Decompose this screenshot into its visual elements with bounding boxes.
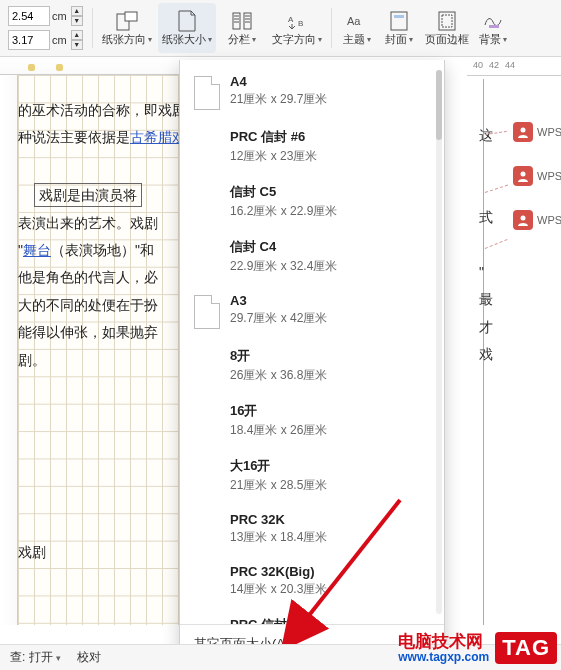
paper-thumb-spacer [194, 512, 220, 546]
svg-point-19 [521, 172, 526, 177]
doc-line: 戏剧 [18, 539, 181, 566]
theme-icon: Aa [346, 10, 368, 32]
paper-size-dim: 22.9厘米 x 32.4厘米 [230, 258, 337, 275]
paper-size-option[interactable]: PRC 信封 #312.5厘米 x 17.6厘米 [188, 614, 438, 624]
ruler-right[interactable]: 40 42 44 [467, 60, 561, 76]
paper-size-name: A3 [230, 293, 327, 308]
link-greek-drama[interactable]: 古希腊戏剧 [130, 129, 181, 145]
tab-marker-icon[interactable] [56, 64, 63, 71]
paper-size-name: PRC 信封 #6 [230, 128, 317, 146]
paper-size-option[interactable]: 信封 C516.2厘米 x 22.9厘米 [188, 181, 438, 236]
chevron-down-icon: ▾ [503, 35, 507, 44]
paper-size-name: PRC 32K(Big) [230, 564, 327, 579]
svg-rect-14 [394, 15, 404, 18]
theme-button[interactable]: Aa 主题▾ [337, 3, 377, 53]
background-button[interactable]: 背景▾ [475, 3, 511, 53]
chevron-down-icon: ▾ [367, 35, 371, 44]
link-stage[interactable]: 舞台 [23, 242, 51, 258]
ruler-horizontal[interactable] [0, 57, 181, 75]
paper-thumb-icon [194, 295, 220, 329]
svg-rect-13 [391, 12, 407, 30]
paper-size-list[interactable]: A421厘米 x 29.7厘米PRC 信封 #612厘米 x 23厘米信封 C5… [180, 60, 444, 624]
text-direction-button[interactable]: AB 文字方向▾ [268, 3, 326, 53]
background-icon [482, 10, 504, 32]
scrollbar-thumb[interactable] [436, 70, 442, 140]
page-border-button[interactable]: 页面边框 [421, 3, 473, 53]
paper-size-dim: 29.7厘米 x 42厘米 [230, 310, 327, 327]
paper-size-text: PRC 信封 #312.5厘米 x 17.6厘米 [230, 616, 337, 624]
paper-size-option[interactable]: A329.7厘米 x 42厘米 [188, 291, 438, 345]
step-up-icon[interactable]: ▲ [71, 30, 83, 40]
margin-top-unit: cm [52, 10, 67, 22]
paper-size-option[interactable]: 8开26厘米 x 36.8厘米 [188, 345, 438, 400]
status-bar: 查: 打开 ▾ 校对 [0, 644, 561, 670]
cover-button[interactable]: 封面▾ [379, 3, 419, 53]
document-text[interactable]: 的巫术活动的合称，即戏剧的 种说法主要依据是古希腊戏剧 戏剧是由演员将 表演出来… [18, 97, 181, 566]
margin-top-stepper[interactable]: ▲ ▼ [71, 6, 83, 26]
doc-line: 剧。 [18, 347, 181, 374]
margin-left-stepper[interactable]: ▲ ▼ [71, 30, 83, 50]
svg-text:A: A [288, 15, 294, 24]
avatar [513, 210, 533, 230]
step-up-icon[interactable]: ▲ [71, 6, 83, 16]
paper-size-option[interactable]: PRC 信封 #612厘米 x 23厘米 [188, 126, 438, 181]
doc-line: "舞台（表演场地）"和 [18, 237, 181, 264]
chevron-down-icon: ▾ [409, 35, 413, 44]
paper-size-option[interactable]: PRC 32K13厘米 x 18.4厘米 [188, 510, 438, 562]
comment-item[interactable]: WPS_ [513, 122, 561, 142]
chevron-down-icon: ▾ [148, 35, 152, 44]
paper-thumb-spacer [194, 347, 220, 384]
page-border-icon [436, 10, 458, 32]
paper-size-text: 大16开21厘米 x 28.5厘米 [230, 457, 327, 494]
paper-size-option[interactable]: PRC 32K(Big)14厘米 x 20.3厘米 [188, 562, 438, 614]
scrollbar[interactable] [436, 70, 442, 614]
paper-size-text: 16开18.4厘米 x 26厘米 [230, 402, 327, 439]
avatar [513, 166, 533, 186]
status-proof[interactable]: 校对 [77, 649, 101, 666]
paper-size-option[interactable]: 16开18.4厘米 x 26厘米 [188, 400, 438, 455]
columns-label: 分栏 [228, 32, 250, 47]
ruler-vertical[interactable] [0, 75, 18, 625]
paper-size-name: 信封 C5 [230, 183, 337, 201]
step-down-icon[interactable]: ▼ [71, 16, 83, 26]
status-find[interactable]: 查: 打开 ▾ [10, 649, 61, 666]
paper-size-name: PRC 32K [230, 512, 327, 527]
paper-size-text: PRC 32K(Big)14厘米 x 20.3厘米 [230, 564, 327, 598]
tab-marker-icon[interactable] [28, 64, 35, 71]
comment-item[interactable]: WPS_ [513, 166, 561, 186]
paper-size-option[interactable]: 信封 C422.9厘米 x 32.4厘米 [188, 236, 438, 291]
paper-size-name: 大16开 [230, 457, 327, 475]
margin-left-input[interactable] [8, 30, 50, 50]
paper-size-name: PRC 信封 #3 [230, 616, 337, 624]
svg-rect-3 [244, 13, 251, 29]
paper-size-option[interactable]: 大16开21厘米 x 28.5厘米 [188, 455, 438, 510]
doc-line: 表演出来的艺术。戏剧 [18, 210, 181, 237]
comment-item[interactable]: WPS_ [513, 210, 561, 230]
paper-size-dropdown: A421厘米 x 29.7厘米PRC 信封 #612厘米 x 23厘米信封 C5… [179, 60, 445, 664]
paper-size-text: A329.7厘米 x 42厘米 [230, 293, 327, 329]
orientation-label: 纸张方向 [102, 32, 146, 47]
paper-size-name: 8开 [230, 347, 327, 365]
chevron-down-icon: ▾ [56, 653, 61, 663]
paper-thumb-spacer [194, 183, 220, 220]
doc-line: 他是角色的代言人，必 [18, 264, 181, 291]
paper-size-dim: 14厘米 x 20.3厘米 [230, 581, 327, 598]
chevron-down-icon: ▾ [208, 35, 212, 44]
margin-top-row: cm ▲ ▼ [8, 6, 83, 26]
margin-top-input[interactable] [8, 6, 50, 26]
paper-size-label: 纸张大小 [162, 32, 206, 47]
svg-text:B: B [298, 19, 303, 28]
paper-thumb-spacer [194, 564, 220, 598]
doc-line [18, 152, 181, 179]
paper-size-button[interactable]: 纸张大小▾ [158, 3, 216, 53]
orientation-button[interactable]: 纸张方向▾ [98, 3, 156, 53]
theme-label: 主题 [343, 32, 365, 47]
svg-point-20 [521, 216, 526, 221]
paper-thumb-spacer [194, 457, 220, 494]
step-down-icon[interactable]: ▼ [71, 40, 83, 50]
background-label: 背景 [479, 32, 501, 47]
paper-size-option[interactable]: A421厘米 x 29.7厘米 [188, 72, 438, 126]
selection-box[interactable]: 戏剧是由演员将 [34, 183, 142, 207]
avatar [513, 122, 533, 142]
columns-button[interactable]: 分栏▾ [218, 3, 266, 53]
